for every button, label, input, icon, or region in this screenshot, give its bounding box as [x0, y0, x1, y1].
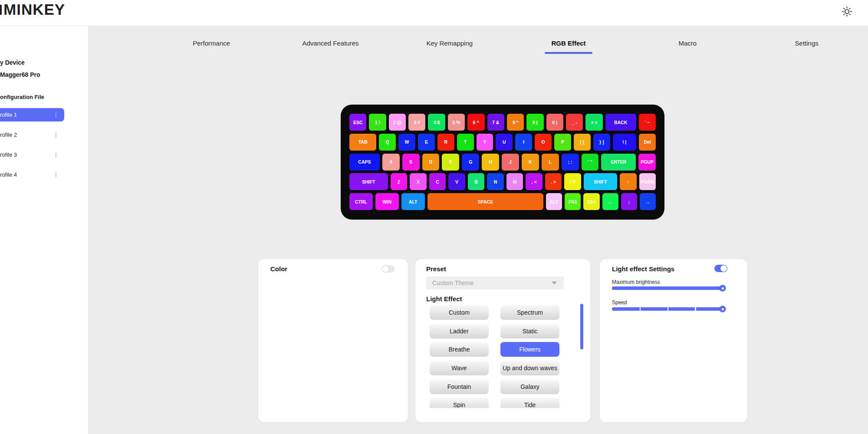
- effect-up-and-down-waves[interactable]: Up and down waves: [500, 361, 559, 375]
- keyboard-key[interactable]: H: [482, 154, 499, 171]
- keyboard-key[interactable]: } ]: [593, 134, 610, 151]
- keyboard-key[interactable]: PGDN: [639, 173, 656, 190]
- keyboard-key[interactable]: →: [640, 193, 656, 210]
- effect-ladder[interactable]: Ladder: [430, 324, 489, 339]
- keyboard-key[interactable]: F: [442, 154, 459, 171]
- keyboard-key[interactable]: , <: [526, 173, 542, 190]
- keyboard-key[interactable]: ESC: [349, 114, 366, 131]
- effect-wave[interactable]: Wave: [430, 361, 489, 375]
- keyboard-key[interactable]: R: [437, 134, 454, 151]
- brightness-slider-handle[interactable]: [720, 285, 726, 292]
- keyboard-key[interactable]: \ |: [613, 134, 636, 151]
- keyboard-key[interactable]: ALT: [401, 193, 425, 210]
- keyboard-key[interactable]: CTRL: [349, 193, 373, 210]
- keyboard-key[interactable]: ↑: [620, 173, 637, 190]
- keyboard-key[interactable]: T: [457, 134, 474, 151]
- effect-breathe[interactable]: Breathe: [430, 342, 489, 357]
- effect-flowers[interactable]: Flowers: [500, 342, 559, 357]
- tab-advanced-features[interactable]: Advanced Features: [271, 26, 390, 55]
- keyboard-key[interactable]: N: [487, 173, 504, 190]
- keyboard-key[interactable]: Del: [639, 134, 656, 151]
- keyboard-key[interactable]: _ -: [566, 114, 583, 131]
- effect-tide[interactable]: Tide: [500, 398, 559, 408]
- keyboard-key[interactable]: D: [422, 154, 440, 171]
- keyboard-key[interactable]: [ {: [574, 134, 591, 151]
- keyboard-key[interactable]: G: [462, 154, 479, 171]
- profile-item[interactable]: rofile 1⋮: [0, 108, 64, 122]
- effect-spectrum[interactable]: Spectrum: [500, 305, 559, 320]
- keyboard-key[interactable]: CAPS: [349, 154, 380, 171]
- kebab-menu-icon[interactable]: ⋮: [53, 112, 59, 118]
- keyboard-key[interactable]: FN1: [565, 193, 581, 210]
- tab-key-remapping[interactable]: Key Remapping: [390, 26, 509, 55]
- brightness-slider[interactable]: [612, 286, 723, 290]
- keyboard-key[interactable]: / ?: [564, 173, 581, 190]
- kebab-menu-icon[interactable]: ⋮: [53, 172, 59, 178]
- keyboard-key[interactable]: 2 @: [389, 114, 406, 131]
- effect-list-scrollbar[interactable]: [580, 304, 583, 349]
- tab-settings[interactable]: Settings: [747, 26, 866, 55]
- light-settings-toggle[interactable]: [714, 265, 727, 272]
- keyboard-key[interactable]: WIN: [375, 193, 399, 210]
- keyboard-key[interactable]: BACK: [605, 114, 636, 131]
- tab-macro[interactable]: Macro: [628, 26, 747, 55]
- keyboard-key[interactable]: 6 ^: [467, 114, 484, 131]
- speed-slider[interactable]: [612, 307, 723, 311]
- effect-spin[interactable]: Spin: [430, 398, 489, 408]
- keyboard-key[interactable]: Ctrl: [583, 193, 599, 210]
- keyboard-key[interactable]: SPACE: [427, 193, 543, 210]
- profile-item[interactable]: rofile 2⋮: [0, 128, 64, 141]
- keyboard-key[interactable]: B: [468, 173, 485, 190]
- keyboard-key[interactable]: 7 &: [487, 114, 504, 131]
- keyboard-key[interactable]: SHIFT: [349, 173, 388, 190]
- tab-rgb-effect[interactable]: RGB Effect: [509, 26, 628, 55]
- keyboard-key[interactable]: Q: [379, 134, 396, 151]
- keyboard-key[interactable]: 3 #: [408, 114, 425, 131]
- keyboard-key[interactable]: 0 ): [546, 114, 563, 131]
- keyboard-key[interactable]: I: [515, 134, 532, 151]
- keyboard-key[interactable]: ; :: [562, 154, 579, 171]
- keyboard-key[interactable]: 8 *: [507, 114, 524, 131]
- keyboard-key[interactable]: 9 (: [526, 114, 543, 131]
- kebab-menu-icon[interactable]: ⋮: [53, 132, 59, 138]
- keyboard-key[interactable]: K: [522, 154, 539, 171]
- keyboard-key[interactable]: C: [429, 173, 446, 190]
- keyboard-key[interactable]: TAB: [349, 134, 376, 151]
- keyboard-key[interactable]: 1 !: [369, 114, 386, 131]
- keyboard-key[interactable]: V: [448, 173, 465, 190]
- keyboard-key[interactable]: ↓: [621, 193, 637, 210]
- effect-static[interactable]: Static: [500, 324, 559, 339]
- theme-dropdown[interactable]: Custom Theme: [426, 276, 564, 289]
- keyboard-key[interactable]: U: [496, 134, 513, 151]
- keyboard-key[interactable]: Z: [391, 173, 408, 190]
- keyboard-key[interactable]: ' ": [582, 154, 599, 171]
- keyboard-key[interactable]: 5 %: [448, 114, 465, 131]
- speed-slider-handle[interactable]: [720, 306, 726, 312]
- keyboard-key[interactable]: PGUP: [638, 154, 656, 171]
- effect-fountain[interactable]: Fountain: [430, 379, 489, 394]
- keyboard-key[interactable]: J: [502, 154, 519, 171]
- keyboard-key[interactable]: A: [382, 154, 400, 171]
- effect-galaxy[interactable]: Galaxy: [500, 379, 559, 394]
- keyboard-key[interactable]: L: [542, 154, 559, 171]
- effect-custom[interactable]: Custom: [430, 305, 489, 320]
- keyboard-key[interactable]: ←: [602, 193, 618, 210]
- keyboard-key[interactable]: ENTER: [601, 154, 636, 171]
- keyboard-key[interactable]: . >: [545, 173, 562, 190]
- keyboard-key[interactable]: SHIFT: [584, 173, 617, 190]
- keyboard-key[interactable]: S: [402, 154, 420, 171]
- keyboard-key[interactable]: O: [535, 134, 552, 151]
- tab-performance[interactable]: Performance: [152, 26, 271, 55]
- keyboard-key[interactable]: W: [398, 134, 415, 151]
- keyboard-key[interactable]: + =: [585, 114, 602, 131]
- theme-toggle-button[interactable]: [840, 5, 853, 18]
- keyboard-key[interactable]: E: [418, 134, 435, 151]
- color-toggle[interactable]: [382, 265, 395, 273]
- keyboard-key[interactable]: 4 $: [428, 114, 445, 131]
- keyboard-key[interactable]: Y: [477, 134, 493, 151]
- keyboard-key[interactable]: P: [554, 134, 571, 151]
- keyboard-key[interactable]: ALT: [546, 193, 562, 210]
- keyboard-key[interactable]: M: [506, 173, 523, 190]
- kebab-menu-icon[interactable]: ⋮: [53, 152, 59, 158]
- keyboard-key[interactable]: X: [410, 173, 427, 190]
